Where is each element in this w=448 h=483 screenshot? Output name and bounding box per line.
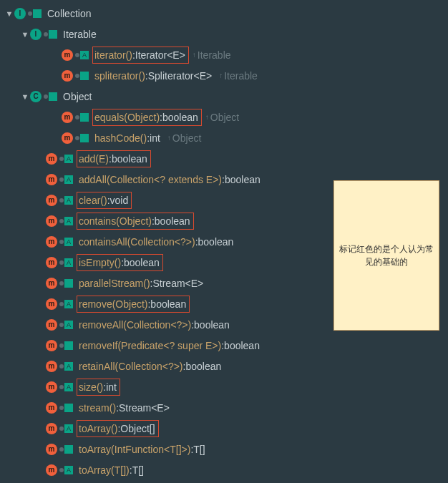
access-badge	[33, 9, 42, 18]
node-label: spliterator(): Spliterator<E>	[93, 68, 215, 84]
node-label: toArray(): Object[]	[77, 421, 158, 436]
tree-node-interface[interactable]: ▼IIterable	[4, 24, 448, 44]
origin-label: ↑Iterable	[219, 70, 258, 82]
signature-type: T[]	[132, 464, 144, 476]
tree-node-method[interactable]: ▶mremoveIf(Predicate<? super E>): boolea…	[4, 335, 448, 356]
interface-icon: I	[14, 8, 26, 19]
method-icon: m	[46, 278, 57, 289]
method-icon: m	[46, 215, 57, 227]
access-badge	[64, 341, 73, 350]
signature-type: boolean	[198, 236, 234, 248]
method-icon: m	[46, 340, 57, 351]
chevron-down-icon[interactable]: ▼	[4, 9, 14, 18]
signature-name: iterator()	[94, 49, 132, 61]
method-icon: m	[46, 319, 57, 331]
signature-name: toArray()	[79, 423, 117, 434]
tree-node-root[interactable]: ▼ I Collection	[4, 3, 448, 24]
origin-label: ↑Object	[205, 112, 239, 123]
tree-node-method[interactable]: ▶mAiterator(): Iterator<E>↑Iterable	[4, 44, 448, 65]
access-badge: A	[64, 238, 73, 246]
tree-node-method[interactable]: ▶mAtoArray(T[]): T[]	[4, 459, 448, 480]
signature-type: int	[106, 381, 117, 393]
tree-node-method[interactable]: ▶mequals(Object): boolean↑Object	[4, 107, 448, 127]
access-badge: A	[64, 424, 73, 433]
origin-text: Iterable	[198, 49, 231, 61]
signature-name: toArray(IntFunction<T[]>)	[79, 444, 190, 455]
tree-node-method[interactable]: ▶mhashCode(): int↑Object	[4, 127, 448, 148]
lock-icon	[59, 198, 64, 203]
node-label: removeAll(Collection<?>): boolean	[77, 317, 233, 333]
signature-name: removeAll(Collection<?>)	[79, 319, 191, 331]
tree-node-interface[interactable]: ▼CObject	[4, 86, 448, 107]
signature-type: T[]	[193, 444, 205, 455]
node-label: contains(Object): boolean	[77, 213, 193, 229]
signature-type: Object[]	[120, 423, 155, 434]
chevron-down-icon[interactable]: ▼	[20, 92, 30, 101]
signature-type: boolean	[194, 319, 230, 331]
node-label: removeIf(Predicate<? super E>): boolean	[77, 338, 263, 353]
node-label: Object	[62, 89, 94, 104]
lock-icon	[59, 343, 64, 348]
lock-icon	[59, 406, 64, 410]
method-icon: m	[46, 464, 57, 476]
chevron-down-icon[interactable]: ▼	[20, 30, 30, 39]
lock-icon	[59, 219, 64, 223]
signature-name: Object	[63, 91, 92, 102]
lock-icon	[59, 323, 64, 327]
method-icon: m	[62, 132, 73, 144]
signature-name: parallelStream()	[79, 278, 150, 289]
node-label: add(E): boolean	[77, 151, 150, 167]
signature-name: size()	[79, 381, 103, 393]
node-label: clear(): void	[77, 192, 131, 208]
signature-name: removeIf(Predicate<? super E>)	[79, 340, 221, 351]
node-label: containsAll(Collection<?>): boolean	[77, 234, 236, 250]
lock-icon	[44, 94, 48, 99]
lock-icon	[75, 115, 79, 119]
lock-icon	[59, 468, 64, 472]
lock-icon	[44, 32, 48, 36]
lock-icon	[59, 302, 64, 306]
access-badge: A	[64, 466, 73, 474]
node-label: toArray(T[]): T[]	[77, 462, 147, 478]
signature-type: Stream<E>	[119, 402, 170, 414]
lock-icon	[28, 11, 32, 16]
lock-icon	[59, 385, 64, 389]
lock-icon	[59, 364, 64, 369]
signature-type: Iterator<E>	[135, 49, 185, 61]
access-badge: A	[80, 51, 89, 59]
signature-type: int	[150, 132, 160, 144]
signature-name: equals(Object)	[94, 112, 160, 123]
access-badge	[49, 30, 57, 39]
method-icon: m	[46, 402, 57, 414]
tree-node-method[interactable]: ▶mstream(): Stream<E>	[4, 397, 448, 418]
lock-icon	[59, 447, 64, 452]
tree-node-method[interactable]: ▶mspliterator(): Spliterator<E>↑Iterable	[4, 65, 448, 86]
signature-name: remove(Object)	[79, 298, 147, 310]
tree-node-method[interactable]: ▶mAsize(): int	[4, 376, 448, 397]
access-badge	[80, 134, 89, 142]
node-label: parallelStream(): Stream<E>	[77, 275, 206, 291]
tree-node-method[interactable]: ▶mAadd(E): boolean	[4, 148, 448, 169]
signature-name: stream()	[79, 402, 116, 414]
method-icon: m	[46, 174, 57, 185]
tree-node-method[interactable]: ▶mAtoArray(): Object[]	[4, 418, 448, 439]
method-icon: m	[46, 153, 57, 165]
method-icon: m	[46, 298, 57, 310]
lock-icon	[59, 177, 64, 182]
origin-text: Iterable	[224, 70, 258, 82]
signature-name: toArray(T[])	[79, 464, 130, 476]
origin-text: Object	[172, 132, 201, 144]
access-badge	[64, 279, 73, 288]
method-icon: m	[46, 381, 57, 393]
signature-name: hashCode()	[94, 132, 147, 144]
access-badge: A	[64, 300, 73, 308]
signature-name: spliterator()	[94, 70, 145, 82]
access-badge	[49, 92, 57, 101]
node-label: size(): int	[77, 379, 120, 395]
tree-node-method[interactable]: ▶mAretainAll(Collection<?>): boolean	[4, 356, 448, 376]
origin-label: ↑Object	[167, 132, 201, 144]
origin-text: Object	[210, 112, 239, 123]
access-badge: A	[64, 321, 73, 329]
tree-node-method[interactable]: ▶mtoArray(IntFunction<T[]>): T[]	[4, 439, 448, 459]
lock-icon	[59, 240, 64, 244]
